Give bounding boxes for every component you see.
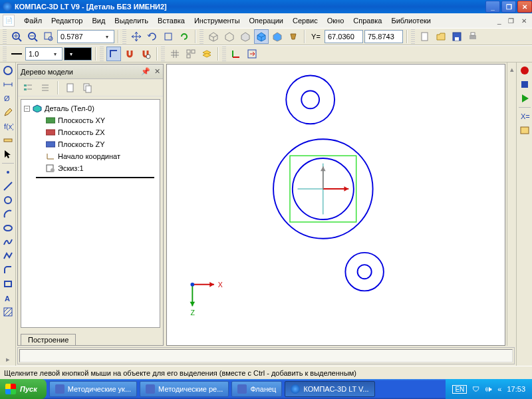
arc-icon[interactable] bbox=[1, 207, 15, 221]
geometry-icon[interactable] bbox=[1, 64, 15, 77]
play-icon[interactable] bbox=[518, 92, 531, 105]
grip-icon[interactable] bbox=[200, 29, 203, 44]
grip-icon[interactable] bbox=[161, 47, 165, 61]
text-icon[interactable]: A bbox=[1, 291, 15, 305]
color-input[interactable]: ▾ bbox=[64, 47, 92, 61]
tree-body[interactable]: − Деталь (Тел-0) Плоскость XY Плоскость … bbox=[21, 99, 160, 328]
refresh-icon[interactable] bbox=[177, 29, 192, 44]
visible-lines-icon[interactable] bbox=[238, 29, 253, 44]
snap-icon[interactable] bbox=[122, 47, 137, 61]
wireframe-icon[interactable] bbox=[206, 29, 221, 44]
grip-icon[interactable] bbox=[122, 29, 126, 44]
lib-icon[interactable] bbox=[518, 124, 531, 137]
new-doc-icon[interactable]: 📄 bbox=[3, 15, 15, 27]
expand-icon[interactable]: ▸ bbox=[1, 352, 15, 366]
sketch-exit-icon[interactable] bbox=[245, 47, 259, 61]
tree-config-icon[interactable] bbox=[21, 80, 35, 95]
grip-icon[interactable] bbox=[3, 29, 7, 44]
snap-settings-icon[interactable] bbox=[138, 47, 153, 61]
right-scroll[interactable]: ▴ bbox=[507, 63, 516, 346]
lcs-icon[interactable] bbox=[229, 47, 243, 61]
clock[interactable]: 17:53 bbox=[507, 385, 525, 393]
stop-icon[interactable] bbox=[518, 78, 531, 91]
rectangle-icon[interactable] bbox=[1, 277, 15, 291]
measure-icon[interactable] bbox=[1, 134, 15, 147]
collapse-icon[interactable]: − bbox=[24, 106, 30, 112]
select-icon[interactable] bbox=[1, 148, 15, 161]
coord-x[interactable]: 67.0360 bbox=[325, 30, 363, 43]
coord-input[interactable]: Y= bbox=[309, 29, 323, 44]
menu-insert[interactable]: Вставка bbox=[154, 15, 189, 26]
shaded-icon[interactable] bbox=[254, 29, 269, 44]
pin-icon[interactable]: 📌 bbox=[141, 67, 150, 76]
print-icon[interactable] bbox=[466, 29, 480, 44]
menu-tools[interactable]: Инструменты bbox=[190, 15, 244, 26]
mdi-buttons[interactable]: _ ❐ ✕ bbox=[497, 17, 529, 25]
tree-props-icon[interactable] bbox=[63, 80, 78, 95]
edit-icon[interactable] bbox=[1, 106, 15, 119]
zoom-in-icon[interactable] bbox=[9, 29, 24, 44]
scale-input[interactable]: 1.0▾ bbox=[25, 47, 63, 61]
zoom-window-icon[interactable] bbox=[41, 29, 56, 44]
system-tray[interactable]: EN 🛡 🕪 « 17:53 bbox=[446, 379, 532, 399]
coord-y[interactable]: 75.8743 bbox=[364, 30, 403, 43]
grip-icon[interactable] bbox=[100, 47, 104, 61]
rotate-icon[interactable] bbox=[145, 29, 160, 44]
polyline-icon[interactable] bbox=[1, 249, 15, 263]
point-icon[interactable] bbox=[1, 166, 15, 179]
menu-help[interactable]: Справка bbox=[349, 15, 386, 26]
menu-select[interactable]: Выделить bbox=[110, 15, 152, 26]
menu-file[interactable]: Файл bbox=[20, 15, 46, 26]
drawing-canvas[interactable]: X Z bbox=[166, 64, 505, 346]
variables-icon[interactable]: X= bbox=[518, 110, 531, 123]
symbols-icon[interactable]: Ø bbox=[1, 92, 15, 105]
spline-icon[interactable] bbox=[1, 235, 15, 249]
menu-service[interactable]: Сервис bbox=[289, 15, 322, 26]
command-bar[interactable] bbox=[17, 347, 515, 364]
fillet-icon[interactable] bbox=[1, 263, 15, 277]
maximize-button[interactable]: ❐ bbox=[501, 1, 516, 13]
menu-edit[interactable]: Редактор bbox=[47, 15, 86, 26]
tray-shield-icon[interactable]: 🛡 bbox=[472, 385, 479, 393]
macro-icon[interactable] bbox=[518, 64, 531, 77]
grid-icon[interactable] bbox=[168, 47, 182, 61]
shaded-edges-icon[interactable] bbox=[270, 29, 285, 44]
zoom-value-input[interactable]: 0.5787▾ bbox=[57, 30, 114, 43]
open-icon[interactable] bbox=[434, 29, 448, 44]
taskbar-app-active[interactable]: КОМПАС-3D LT V... bbox=[285, 381, 374, 397]
tree-copy-icon[interactable] bbox=[80, 80, 95, 95]
menu-window[interactable]: Окно bbox=[323, 15, 348, 26]
new-icon[interactable] bbox=[418, 29, 432, 44]
save-icon[interactable] bbox=[450, 29, 464, 44]
menu-operations[interactable]: Операции bbox=[245, 15, 287, 26]
close-panel-icon[interactable]: ✕ bbox=[154, 67, 160, 76]
start-button[interactable]: Пуск bbox=[0, 379, 47, 399]
layers-icon[interactable] bbox=[200, 47, 214, 61]
menu-view[interactable]: Вид bbox=[88, 15, 109, 26]
fit-icon[interactable] bbox=[161, 29, 176, 44]
grip-icon[interactable] bbox=[222, 47, 226, 61]
taskbar-app[interactable]: Фланец bbox=[231, 381, 282, 397]
perspective-icon[interactable] bbox=[286, 29, 301, 44]
views-icon[interactable] bbox=[184, 47, 198, 61]
zoom-out-icon[interactable] bbox=[25, 29, 40, 44]
style-icon[interactable] bbox=[9, 47, 24, 61]
taskbar-app[interactable]: Методические ре... bbox=[140, 381, 229, 397]
tree-list-icon[interactable] bbox=[38, 80, 53, 95]
lang-indicator[interactable]: EN bbox=[452, 385, 467, 394]
menu-libraries[interactable]: Библиотеки bbox=[387, 15, 435, 26]
taskbar-app[interactable]: Методические ук... bbox=[49, 381, 137, 397]
hidden-lines-icon[interactable] bbox=[222, 29, 237, 44]
ellipse-icon[interactable] bbox=[1, 221, 15, 235]
circle-icon[interactable] bbox=[1, 194, 15, 207]
tab-build[interactable]: Построение bbox=[21, 334, 76, 345]
ortho-icon[interactable] bbox=[106, 47, 121, 61]
hatch-icon[interactable] bbox=[1, 305, 15, 319]
grip-icon[interactable] bbox=[3, 47, 7, 61]
tray-expand-icon[interactable]: « bbox=[497, 385, 501, 393]
dimensions-icon[interactable] bbox=[1, 78, 15, 91]
minimize-button[interactable]: _ bbox=[485, 1, 500, 13]
grip-icon[interactable] bbox=[411, 29, 415, 44]
line-icon[interactable] bbox=[1, 180, 15, 193]
params-icon[interactable]: f(x) bbox=[1, 120, 15, 133]
